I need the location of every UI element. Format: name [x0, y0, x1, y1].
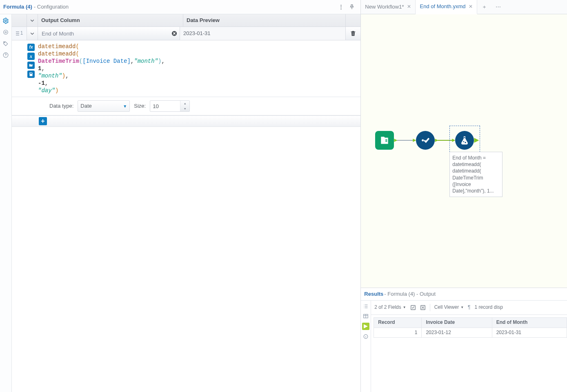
data-type-dropdown[interactable]: Date ▼	[78, 100, 130, 112]
chevron-down-icon: ▼	[460, 306, 464, 310]
input-tool-node[interactable]	[375, 131, 394, 150]
table-header-row: Record Invoice Date End of Month	[374, 318, 567, 328]
pin-icon[interactable]	[347, 2, 357, 12]
more-tabs-button[interactable]: ⋯	[491, 0, 505, 14]
svg-rect-8	[386, 141, 387, 142]
info-icon[interactable]	[362, 333, 369, 340]
folder-open-icon[interactable]	[27, 62, 35, 69]
close-box-icon[interactable]	[420, 305, 426, 310]
config-side-tabs	[0, 14, 12, 392]
table-icon[interactable]	[362, 313, 369, 319]
row-index: 1	[20, 30, 23, 37]
spin-up[interactable]: ▲	[180, 101, 189, 106]
cell-eom: 2023-01-31	[492, 328, 567, 338]
save-icon[interactable]	[27, 71, 35, 78]
chevron-down-icon: ▼	[403, 306, 406, 310]
clear-icon[interactable]	[171, 30, 178, 37]
check-icon[interactable]	[410, 305, 416, 310]
help-icon[interactable]	[2, 51, 10, 59]
target-icon[interactable]	[2, 28, 10, 36]
add-row: +	[12, 115, 360, 127]
svg-point-0	[5, 20, 7, 22]
chevron-down-icon: ▼	[123, 104, 127, 109]
svg-point-3	[4, 42, 5, 43]
gear-icon[interactable]	[2, 17, 10, 25]
th-record[interactable]: Record	[374, 318, 422, 328]
size-input[interactable]	[150, 103, 180, 109]
row-toggle[interactable]	[27, 27, 38, 40]
tab-new-workflow[interactable]: New Workflow1* ✕	[361, 0, 416, 14]
config-subtitle: - Configuration	[34, 4, 69, 11]
preview-cell: 2023-01-31	[180, 27, 346, 40]
config-title-bar: Formula (4) - Configuration ⋮	[0, 0, 360, 14]
svg-point-12	[465, 142, 466, 143]
tab-end-of-month[interactable]: End of Month.yxmd ✕	[416, 0, 477, 14]
svg-point-11	[463, 141, 465, 142]
expression-editor: fx x datetimeadd( datetimeadd( DateTimeT…	[12, 40, 360, 97]
config-panel: Formula (4) - Configuration ⋮	[0, 0, 361, 392]
spin-down[interactable]: ▼	[180, 106, 189, 111]
results-panel: Results - Formula (4) - Output	[361, 288, 567, 392]
close-icon[interactable]: ✕	[407, 4, 411, 10]
config-title: Formula (4)	[3, 4, 32, 11]
output-column-input[interactable]	[40, 29, 171, 38]
size-label: Size:	[134, 103, 146, 110]
svg-marker-14	[364, 324, 368, 328]
add-expression-button[interactable]: +	[39, 117, 47, 125]
size-stepper[interactable]: ▲ ▼	[150, 100, 190, 112]
results-side-tabs	[361, 301, 371, 392]
pilcrow-icon[interactable]: ¶	[468, 304, 470, 311]
svg-point-9	[422, 140, 424, 142]
record-count: 1 record disp	[475, 304, 503, 311]
formula-row: 1 2023-01-31	[12, 27, 360, 40]
results-title-bar: Results - Formula (4) - Output	[361, 288, 567, 301]
svg-point-10	[464, 137, 465, 138]
kebab-menu-icon[interactable]: ⋮	[336, 2, 347, 12]
svg-point-2	[5, 31, 7, 33]
data-type-label: Data type:	[49, 103, 73, 110]
fx-icon[interactable]: fx	[27, 44, 35, 51]
workflow-canvas[interactable]: End of Month = datetimeadd( datetimeadd(…	[361, 14, 567, 288]
expression-code[interactable]: datetimeadd( datetimeadd( DateTimeTrim([…	[36, 43, 360, 94]
cell-record: 1	[374, 328, 422, 338]
x-var-icon[interactable]: x	[27, 53, 35, 60]
row-handle[interactable]: 1	[12, 27, 27, 40]
connector	[436, 140, 454, 141]
svg-rect-7	[386, 140, 387, 140]
header-output: Output Column	[41, 17, 80, 24]
header-preview: Data Preview	[187, 17, 220, 24]
cell-viewer-dropdown[interactable]: Cell Viewer ▼	[434, 304, 464, 311]
close-icon[interactable]: ✕	[469, 4, 473, 10]
th-end-of-month[interactable]: End of Month	[492, 318, 567, 328]
type-row: Data type: Date ▼ Size: ▲ ▼	[12, 97, 360, 115]
node-annotation: End of Month = datetimeadd( datetimeadd(…	[449, 152, 503, 197]
output-anchor-icon[interactable]	[362, 323, 369, 330]
tag-icon[interactable]	[2, 40, 10, 48]
node-output-port[interactable]	[474, 138, 479, 143]
formula-tool-node[interactable]	[455, 131, 474, 150]
fields-dropdown[interactable]: 2 of 2 Fields ▼	[374, 304, 406, 311]
connector	[395, 140, 415, 141]
th-invoice-date[interactable]: Invoice Date	[422, 318, 492, 328]
svg-point-1	[4, 30, 8, 35]
svg-point-5	[6, 56, 6, 56]
cell-invoice: 2023-01-12	[422, 328, 492, 338]
add-tab-button[interactable]: ＋	[477, 0, 491, 14]
table-row[interactable]: 1 2023-01-12 2023-01-31	[374, 328, 567, 338]
results-table: Record Invoice Date End of Month 1 2023-…	[374, 317, 567, 338]
grid-header: Output Column Data Preview	[12, 14, 360, 27]
results-toolbar: 2 of 2 Fields ▼ Cell Viewer ▼	[371, 301, 567, 315]
trash-icon[interactable]	[346, 27, 360, 40]
list-icon[interactable]	[362, 303, 369, 310]
workflow-tabs: New Workflow1* ✕ End of Month.yxmd ✕ ＋ ⋯	[361, 0, 567, 14]
select-tool-node[interactable]	[416, 131, 435, 150]
